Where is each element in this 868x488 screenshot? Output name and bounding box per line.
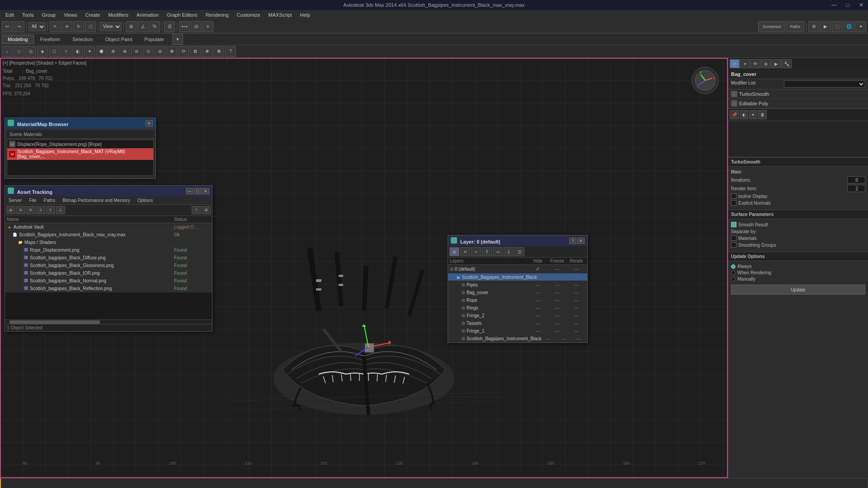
at-menu-file[interactable]: File xyxy=(27,197,38,203)
asset-row-img-0[interactable]: 🖼 Rope_Displacement.png Found xyxy=(5,246,212,254)
at-maximize-btn[interactable]: □ xyxy=(194,188,201,194)
tool-3[interactable]: ◎ xyxy=(25,46,36,57)
surface-params-header[interactable]: Surface Parameters xyxy=(728,210,868,219)
update-button[interactable]: Update xyxy=(731,285,865,295)
tool-20[interactable]: ? xyxy=(225,46,236,57)
active-shade-btn[interactable]: ◐ xyxy=(740,110,748,119)
tool-19[interactable]: ❃ xyxy=(213,46,224,57)
tool-17[interactable]: ✿ xyxy=(190,46,201,57)
menu-create[interactable]: Create xyxy=(81,11,104,19)
populate-extras-btn[interactable]: ▼ xyxy=(172,34,183,45)
isoline-checkbox[interactable] xyxy=(731,193,736,199)
layer-render-scottish[interactable]: — xyxy=(570,274,585,280)
asset-row-img-5[interactable]: 🖼 Scottish_bagpipes_Black_Reflection.png… xyxy=(5,285,212,292)
at-menu-paths[interactable]: Paths xyxy=(42,197,57,203)
layer-freeze-tassels[interactable]: — xyxy=(547,320,567,326)
menu-help[interactable]: Help xyxy=(297,11,314,19)
scene-materials-label[interactable]: Scene Materials xyxy=(7,131,154,139)
layer-freeze-pipes[interactable]: — xyxy=(547,282,567,287)
asset-row-img-2[interactable]: 🖼 Scottish_bagpipes_Black_Glossiness.png… xyxy=(5,262,212,269)
material-browser-close[interactable]: ✕ xyxy=(146,120,153,127)
undo-button[interactable]: ↩ xyxy=(2,21,13,32)
at-minimize-btn[interactable]: — xyxy=(186,188,193,194)
layer-row-fringe1[interactable]: ◎ Fringe_1 — — — xyxy=(448,327,587,335)
menu-edit[interactable]: Edit xyxy=(2,11,18,19)
layer-render-fringe1[interactable]: — xyxy=(567,328,585,333)
at-tb-2[interactable]: ✕ xyxy=(16,206,25,214)
effects-btn[interactable]: ✦ xyxy=(855,21,866,32)
rp-modify-tab[interactable]: ⟳ xyxy=(730,59,740,68)
smoothing-groups-checkbox[interactable] xyxy=(731,242,736,248)
rotate-button[interactable]: ↻ xyxy=(73,21,84,32)
layer-freeze-fringe1[interactable]: — xyxy=(547,328,567,333)
menu-maxscript[interactable]: MAXScript xyxy=(265,11,296,19)
timeline-track[interactable] xyxy=(0,479,868,488)
layer-hide-tassels[interactable]: — xyxy=(529,320,547,326)
asset-row-img-4[interactable]: 🖼 Scottish_bagpipes_Black_Normal.png Fou… xyxy=(5,277,212,285)
layer-render-scottish2[interactable]: — xyxy=(571,336,585,341)
tool-1[interactable]: ⬦ xyxy=(2,46,13,57)
layer-freeze-scottish[interactable]: — xyxy=(552,274,570,280)
remove-mod-btn[interactable]: 🗑 xyxy=(758,110,767,119)
enviro-btn[interactable]: 🌐 xyxy=(844,21,854,32)
layer-freeze-bagcover[interactable]: — xyxy=(547,290,567,295)
asset-scrollbar[interactable] xyxy=(5,319,212,324)
tool-7[interactable]: ◐ xyxy=(72,46,83,57)
tool-8[interactable]: ✦ xyxy=(84,46,95,57)
at-menu-options[interactable]: Options xyxy=(136,197,155,203)
iterations-input[interactable] xyxy=(847,176,865,183)
modifier-editable-poly[interactable]: □ Editable Poly xyxy=(728,99,868,108)
layer-freeze-scottish2[interactable]: — xyxy=(556,336,571,341)
layer-render-tassels[interactable]: — xyxy=(567,320,585,326)
menu-group[interactable]: Group xyxy=(38,11,60,19)
at-tb-3[interactable]: ⟳ xyxy=(26,206,35,214)
layer-manager-titlebar[interactable]: Layer: 0 (default) ? ✕ xyxy=(448,235,587,246)
manually-radio[interactable] xyxy=(731,277,736,282)
make-unique-btn[interactable]: ✦ xyxy=(749,110,757,119)
layer-render-default[interactable]: — xyxy=(567,266,585,272)
layer-hide-fringe2[interactable]: — xyxy=(529,313,547,318)
layer-freeze-default[interactable]: — xyxy=(547,266,567,272)
asset-row-file[interactable]: 📄 Scottish_Bagpipes_Instrument_Black_max… xyxy=(5,231,212,239)
rp-hierarchy-tab[interactable]: ⊕ xyxy=(761,59,771,68)
lm-help-btn[interactable]: ? xyxy=(569,238,576,244)
render-frame-btn[interactable]: ▶ xyxy=(820,21,831,32)
layer-render-fringe2[interactable]: — xyxy=(567,313,585,318)
layer-row-fringe2[interactable]: ◎ Fringe_2 — — — xyxy=(448,312,587,319)
redo-button[interactable]: ↪ xyxy=(14,21,24,32)
mat-item-0[interactable]: M Displace(Rope_Displacement.png) [Rope] xyxy=(7,140,153,148)
tab-modeling[interactable]: Modeling xyxy=(2,35,34,44)
at-close-btn[interactable]: ✕ xyxy=(202,188,209,194)
at-tb-help[interactable]: ? xyxy=(192,206,201,214)
modifier-dropdown[interactable] xyxy=(784,80,865,88)
layer-render-rope[interactable]: — xyxy=(567,297,585,303)
mat-item-1[interactable]: M Scottish_Bagpipes_Instrument_Black_MAT… xyxy=(7,148,153,160)
layer-row-scottish2[interactable]: ◎ Scottish_Bagpipes_Instrument_Black — —… xyxy=(448,335,587,343)
asset-row-img-1[interactable]: 🖼 Scottish_bagpipes_Black_Diffuse.png Fo… xyxy=(5,254,212,262)
lt-btn-7[interactable]: ☰ xyxy=(514,247,524,256)
layer-render-pipes[interactable]: — xyxy=(567,282,585,287)
mirror-btn[interactable]: ⟺ xyxy=(179,21,190,32)
layer-row-tassels[interactable]: ◎ Tassels — — — xyxy=(448,319,587,327)
material-browser-titlebar[interactable]: Material/Map Browser ✕ xyxy=(5,118,156,129)
lt-btn-1[interactable]: ⊕ xyxy=(449,247,459,256)
layer-row-default[interactable]: ⊙ 0 (default) ✓ — — xyxy=(448,265,587,273)
lt-btn-4[interactable]: ⇑ xyxy=(482,247,492,256)
at-tb-6[interactable]: ⇓ xyxy=(56,206,65,214)
view-dropdown[interactable]: View xyxy=(100,22,122,31)
menu-views[interactable]: Views xyxy=(60,11,80,19)
named-sel-btn[interactable]: ☰ xyxy=(164,21,175,32)
menu-tools[interactable]: Tools xyxy=(19,11,38,19)
layer-freeze-fringe2[interactable]: — xyxy=(547,313,567,318)
percent-snap-btn[interactable]: % xyxy=(149,21,160,32)
layer-hide-scottish2[interactable]: — xyxy=(542,336,556,341)
layer-render-bagcover[interactable]: — xyxy=(567,290,585,295)
layer-row-rings[interactable]: ◎ Rings — — — xyxy=(448,304,587,312)
rp-create-tab[interactable]: ✦ xyxy=(740,59,750,68)
render-iters-input[interactable] xyxy=(847,185,865,192)
at-tb-4[interactable]: ⇫ xyxy=(36,206,45,214)
tab-object-paint[interactable]: Object Paint xyxy=(99,35,138,44)
layer-row-bagcover[interactable]: ◎ Bag_cover — — — xyxy=(448,289,587,296)
layer-hide-rings[interactable]: — xyxy=(529,305,547,310)
menu-customize[interactable]: Customize xyxy=(233,11,264,19)
